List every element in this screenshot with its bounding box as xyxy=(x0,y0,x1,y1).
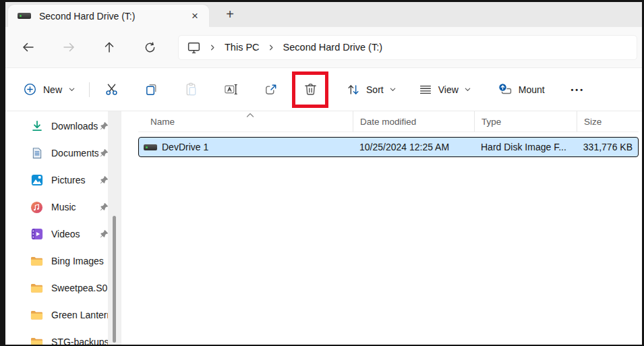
this-pc-monitor-icon[interactable] xyxy=(187,40,201,55)
pin-icon xyxy=(98,148,108,158)
sidebar-item-pictures[interactable]: Pictures xyxy=(5,167,108,194)
ellipsis-icon: ••• xyxy=(570,86,585,94)
content-area: Downloads Documents Pictures Music V xyxy=(5,111,642,345)
chevron-down-icon xyxy=(68,86,76,93)
breadcrumb-chevron-icon[interactable] xyxy=(268,44,275,51)
sidebar-scrollbar-thumb[interactable] xyxy=(113,216,116,343)
view-button[interactable]: View xyxy=(411,77,478,103)
file-name: DevDrive 1 xyxy=(162,142,208,152)
back-arrow-icon xyxy=(22,40,35,54)
rename-button[interactable] xyxy=(217,76,244,103)
chevron-down-icon xyxy=(389,86,397,93)
copy-button[interactable] xyxy=(138,76,165,103)
column-header-size[interactable]: Size xyxy=(577,111,639,132)
pin-icon xyxy=(98,121,108,132)
new-tab-button[interactable]: + xyxy=(220,5,240,23)
pin-icon xyxy=(98,202,108,212)
back-button[interactable] xyxy=(16,35,40,59)
pin-icon xyxy=(98,175,108,185)
sidebar-item-music[interactable]: Music xyxy=(5,194,108,221)
cut-scissors-icon xyxy=(104,82,119,97)
sidebar-item-green-lantern[interactable]: Green Lantern xyxy=(5,301,108,328)
file-name-cell: DevDrive 1 xyxy=(139,142,353,152)
sidebar-item-videos[interactable]: Videos xyxy=(5,221,108,248)
column-header-row: Name Date modified Type Size xyxy=(138,111,639,132)
window-frame: Second Hard Drive (T:) × + This PC Secon… xyxy=(0,0,644,346)
up-arrow-icon xyxy=(103,40,116,54)
sidebar-item-downloads[interactable]: Downloads xyxy=(5,113,108,140)
view-lines-icon xyxy=(418,82,433,97)
folder-icon xyxy=(30,309,43,322)
file-type-cell: Hard Disk Image F... xyxy=(474,142,577,152)
rename-icon xyxy=(223,82,239,97)
delete-button[interactable] xyxy=(297,76,324,103)
pictures-icon xyxy=(30,174,43,187)
more-options-button[interactable]: ••• xyxy=(566,78,589,102)
folder-icon xyxy=(30,336,43,345)
new-button[interactable]: New xyxy=(16,77,82,103)
cut-button[interactable] xyxy=(98,76,125,103)
share-icon xyxy=(263,82,279,97)
share-button[interactable] xyxy=(257,76,284,103)
music-icon xyxy=(30,201,43,214)
mount-button[interactable]: Mount xyxy=(490,77,552,103)
paste-button[interactable] xyxy=(177,76,204,103)
sidebar-item-label: Music xyxy=(51,202,98,212)
up-button[interactable] xyxy=(97,35,121,59)
sidebar-item-label: Bing Images xyxy=(51,256,104,266)
refresh-icon xyxy=(144,41,156,54)
folder-icon xyxy=(30,282,43,295)
sidebar-item-bing-images[interactable]: Bing Images xyxy=(5,248,108,275)
sidebar-item-label: Green Lantern xyxy=(51,310,108,320)
sidebar-item-label: Downloads xyxy=(51,121,98,132)
paste-clipboard-icon xyxy=(183,82,199,97)
mount-drive-icon xyxy=(497,82,513,98)
address-bar[interactable]: This PC Second Hard Drive (T:) xyxy=(178,35,637,60)
file-row-devdrive1-selected[interactable]: DevDrive 1 10/25/2024 12:25 AM Hard Disk… xyxy=(138,137,639,157)
column-header-type[interactable]: Type xyxy=(474,111,577,132)
close-tab-icon[interactable]: × xyxy=(186,8,204,24)
sidebar-item-label: Sweetpea.S01 xyxy=(51,283,108,293)
explorer-tab[interactable]: Second Hard Drive (T:) × xyxy=(8,5,209,27)
sort-arrows-icon xyxy=(346,82,361,97)
breadcrumb-current-drive[interactable]: Second Hard Drive (T:) xyxy=(283,42,382,53)
forward-arrow-icon xyxy=(62,40,76,54)
chevron-down-icon xyxy=(464,86,471,93)
sort-ascending-indicator xyxy=(246,113,254,118)
file-size-cell: 331,776 KB xyxy=(577,142,638,152)
navigation-pane: Downloads Documents Pictures Music V xyxy=(5,111,108,345)
command-toolbar: New Sort View xyxy=(5,67,642,111)
sidebar-item-label: Pictures xyxy=(51,175,98,185)
column-header-date-modified[interactable]: Date modified xyxy=(353,111,474,132)
plus-circle-icon xyxy=(23,82,37,96)
column-header-name[interactable]: Name xyxy=(138,111,353,132)
forward-button[interactable] xyxy=(57,35,81,59)
toolbar-divider xyxy=(89,82,90,97)
file-list-pane: Name Date modified Type Size DevDrive 1 … xyxy=(121,111,642,345)
hard-drive-icon xyxy=(18,13,31,19)
pin-icon xyxy=(98,229,108,239)
tab-bar: Second Hard Drive (T:) × + xyxy=(5,2,642,27)
sort-button-label: Sort xyxy=(366,84,384,95)
refresh-button[interactable] xyxy=(138,35,162,59)
new-button-label: New xyxy=(43,84,62,95)
downloads-icon xyxy=(30,120,43,133)
sidebar-item-sweetpea[interactable]: Sweetpea.S01 xyxy=(5,275,108,301)
folder-icon xyxy=(30,255,43,268)
sort-button[interactable]: Sort xyxy=(339,77,403,103)
sidebar-item-label: STG-backups- xyxy=(51,337,108,345)
copy-icon xyxy=(144,82,159,97)
sidebar-item-label: Videos xyxy=(51,229,98,239)
videos-icon xyxy=(30,228,43,241)
breadcrumb-chevron-icon[interactable] xyxy=(209,44,216,51)
documents-icon xyxy=(30,147,43,160)
mount-button-label: Mount xyxy=(519,84,545,95)
sidebar-item-documents[interactable]: Documents xyxy=(5,140,108,167)
sidebar-scrollbar xyxy=(108,111,121,345)
hard-drive-icon xyxy=(144,144,157,150)
navigation-bar: This PC Second Hard Drive (T:) xyxy=(5,27,642,67)
sidebar-item-stg-backups[interactable]: STG-backups- xyxy=(5,328,108,345)
trash-icon xyxy=(303,82,318,97)
sidebar-item-label: Documents xyxy=(51,148,98,158)
breadcrumb-this-pc[interactable]: This PC xyxy=(225,42,260,53)
